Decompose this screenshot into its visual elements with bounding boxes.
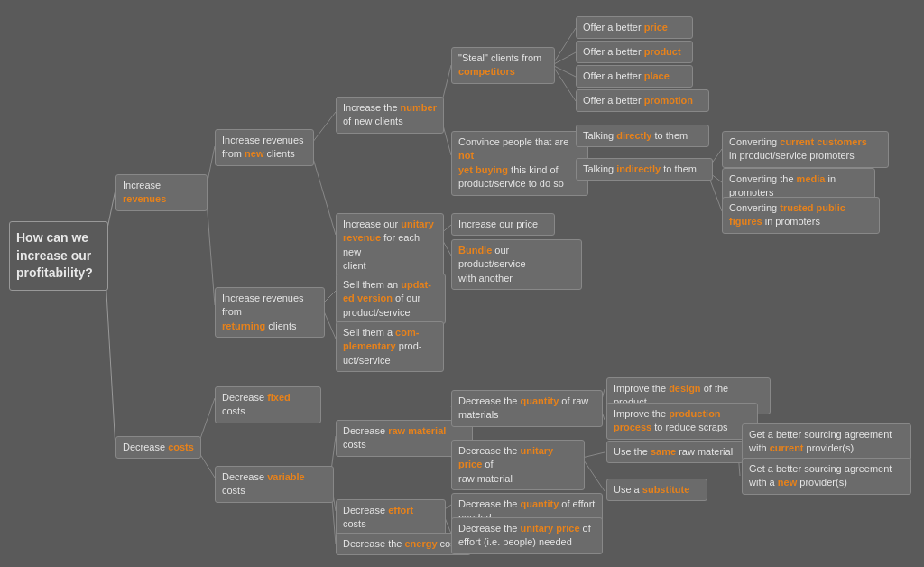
bundle-node: Bundle our product/servicewith another — [451, 239, 582, 290]
improve-production-node: Improve the productionprocess to reduce … — [606, 403, 758, 440]
root-node: How can we increase our profitability? — [9, 221, 108, 291]
converting-current-node: Converting current customersin product/s… — [722, 131, 889, 168]
decrease-unit-raw-node: Decrease the unitary price ofraw materia… — [451, 440, 585, 490]
svg-line-15 — [552, 65, 576, 101]
increase-revenues-returning-node: Increase revenues fromreturning clients — [215, 287, 325, 338]
better-current-provider-node: Get a better sourcing agreementwith curr… — [742, 423, 911, 460]
sell-updated-node: Sell them an updat-ed version of ourprod… — [336, 274, 446, 324]
talking-indirectly-node: Talking indirectly to them — [576, 158, 713, 181]
svg-line-31 — [582, 458, 605, 491]
convince-node: Convince people that are notyet buying t… — [451, 131, 588, 196]
decrease-variable-node: Decrease variable costs — [215, 466, 334, 503]
offer-place-node: Offer a better place — [576, 65, 693, 88]
sell-complementary-node: Sell them a com-plementary prod-uct/serv… — [336, 321, 444, 372]
use-substitute-node: Use a substitute — [606, 479, 707, 501]
converting-trusted-node: Converting trusted publicfigures in prom… — [722, 197, 880, 234]
increase-number-node: Increase the numberof new clients — [336, 97, 444, 134]
increase-unitary-revenue-node: Increase our unitaryrevenue for each new… — [336, 213, 444, 278]
offer-price-node: Offer a better price — [576, 16, 693, 39]
increase-revenues-new-node: Increase revenuesfrom new clients — [215, 129, 314, 166]
steal-clients-node: "Steal" clients fromcompetitors — [451, 47, 555, 84]
offer-promotion-node: Offer a better promotion — [576, 89, 709, 112]
use-same-node: Use the same raw material — [606, 441, 744, 463]
decrease-costs-node: Decrease costs — [116, 436, 201, 459]
talking-directly-node: Talking directly to them — [576, 125, 709, 147]
svg-line-14 — [552, 65, 576, 77]
decrease-qty-raw-node: Decrease the quantity of raw materials — [451, 390, 603, 427]
better-new-provider-node: Get a better sourcing agreementwith a ne… — [742, 458, 911, 495]
offer-product-node: Offer a better product — [576, 41, 693, 63]
svg-line-12 — [552, 28, 576, 65]
mind-map: How can we increase our profitability? I… — [0, 0, 924, 567]
svg-line-13 — [552, 52, 576, 65]
svg-line-30 — [582, 452, 605, 458]
decrease-effort-node: Decrease effort costs — [336, 499, 446, 536]
increase-revenues-node: Increase revenues — [116, 174, 208, 211]
decrease-unit-effort-node: Decrease the unitary price ofeffort (i.e… — [451, 517, 603, 554]
increase-price-node: Increase our price — [451, 213, 555, 236]
decrease-fixed-node: Decrease fixed costs — [215, 386, 321, 423]
